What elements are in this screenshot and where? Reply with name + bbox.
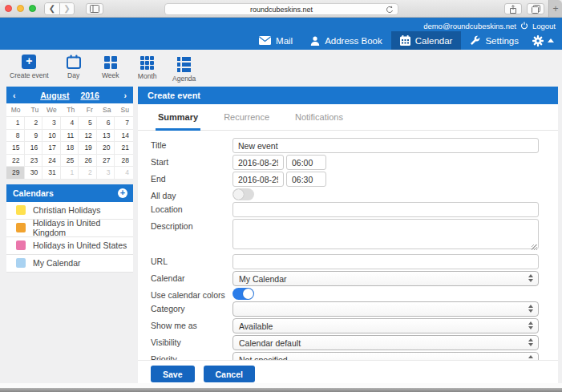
calendar-day-cell[interactable]: 23: [25, 155, 43, 168]
calendar-day-cell[interactable]: 8: [6, 130, 25, 143]
month-view-button[interactable]: Month: [135, 55, 160, 80]
forward-button[interactable]: ❯: [59, 3, 74, 14]
calendar-day-cell[interactable]: 13: [97, 130, 115, 143]
tab-recurrence[interactable]: Recurrence: [221, 112, 272, 130]
all-day-label: All day: [151, 188, 232, 200]
calendar-day-cell[interactable]: 25: [61, 155, 79, 168]
calendar-day-cell[interactable]: 16: [25, 142, 43, 155]
calendar-day-cell[interactable]: 1: [6, 117, 25, 130]
calendar-day-cell[interactable]: 18: [61, 142, 79, 155]
calendar-list-item[interactable]: Christian Holidays: [6, 202, 133, 220]
end-date-input[interactable]: [232, 172, 284, 187]
tab-summary[interactable]: Summary: [156, 112, 200, 131]
back-button[interactable]: ❮: [45, 3, 59, 14]
form-row-visibility: Visibility Calendar default: [151, 335, 539, 350]
logout-link[interactable]: Logout: [532, 22, 556, 30]
month-link[interactable]: August: [40, 91, 69, 100]
calendar-day-cell[interactable]: 19: [79, 142, 97, 155]
app-top-bars: demo@roundcubeskins.net Logout Mail: [0, 18, 562, 50]
calendar-label: Calendar: [151, 271, 232, 283]
calendar-day-cell[interactable]: 22: [6, 155, 25, 168]
form-row-location: Location: [151, 202, 539, 217]
calendar-list-item[interactable]: My Calendar: [6, 255, 133, 273]
show-me-as-select[interactable]: Available: [232, 318, 539, 333]
account-bar: demo@roundcubeskins.net Logout: [0, 18, 562, 31]
calendar-day-cell[interactable]: 28: [115, 155, 133, 168]
resize-grip-icon[interactable]: [532, 244, 537, 250]
calendar-day-cell[interactable]: 1: [61, 167, 79, 180]
next-month-button[interactable]: ›: [124, 91, 127, 100]
save-button[interactable]: Save: [151, 366, 195, 382]
start-date-input[interactable]: [232, 155, 284, 170]
calendar-name: Christian Holidays: [33, 205, 101, 215]
agenda-view-button[interactable]: Agenda: [172, 55, 196, 83]
form-row-calendar: Calendar My Calendar: [151, 271, 539, 286]
category-select[interactable]: [232, 301, 539, 317]
nav-item-settings[interactable]: Settings: [461, 31, 528, 50]
calendar-day-cell[interactable]: 2: [79, 167, 97, 180]
calendar-list-item[interactable]: Holidays in United Kingdom: [6, 220, 133, 237]
nav-item-calendar[interactable]: Calendar: [391, 31, 462, 50]
all-day-toggle[interactable]: [232, 188, 254, 200]
sidebar-toggle-button[interactable]: [86, 3, 103, 14]
end-time-input[interactable]: [286, 172, 326, 187]
calendar-day-cell[interactable]: 3: [42, 117, 61, 130]
tab-notifications[interactable]: Notifications: [293, 112, 346, 130]
priority-select[interactable]: Not specified: [232, 352, 539, 360]
tab-overview-button[interactable]: [527, 3, 544, 14]
calendar-day-cell[interactable]: 6: [97, 117, 115, 130]
zoom-window-button[interactable]: [29, 5, 36, 12]
calendar-day-cell[interactable]: 14: [115, 130, 133, 143]
calendar-day-cell[interactable]: 10: [42, 130, 61, 143]
close-window-button[interactable]: [5, 5, 12, 12]
share-button[interactable]: [504, 3, 522, 14]
calendar-day-cell[interactable]: 2: [25, 117, 43, 130]
calendar-day-cell[interactable]: 4: [115, 167, 133, 180]
day-view-button[interactable]: Day: [62, 55, 86, 79]
use-calendar-colors-toggle[interactable]: [232, 288, 254, 300]
mini-calendar-grid: 1234567891011121314151617181920212223242…: [6, 117, 133, 180]
calendar-day-cell[interactable]: 7: [115, 117, 133, 130]
calendar-day-cell[interactable]: 29: [6, 167, 25, 180]
cancel-button[interactable]: Cancel: [204, 366, 255, 382]
title-input[interactable]: [232, 138, 539, 153]
calendar-day-cell[interactable]: 9: [25, 130, 43, 143]
calendar-day-cell[interactable]: 15: [6, 142, 25, 155]
calendar-select[interactable]: My Calendar: [232, 271, 539, 286]
calendar-color-swatch: [16, 240, 26, 250]
location-input[interactable]: [232, 202, 539, 217]
calendar-day-cell[interactable]: 30: [25, 167, 43, 180]
url-input[interactable]: [232, 254, 539, 269]
options-menu-button[interactable]: [528, 31, 562, 50]
calendar-day-cell[interactable]: 5: [79, 117, 97, 130]
nav-item-mail[interactable]: Mail: [250, 31, 301, 50]
nav-item-address-book[interactable]: Address Book: [301, 31, 391, 50]
weekday-label: We: [42, 106, 61, 114]
create-event-panel: Create event Summary Recurrence Notifica…: [138, 87, 558, 383]
calendar-day-cell[interactable]: 12: [79, 130, 97, 143]
start-time-input[interactable]: [286, 155, 326, 170]
reload-button[interactable]: [386, 6, 394, 14]
calendar-day-cell[interactable]: 31: [42, 167, 61, 180]
calendar-day-cell[interactable]: 20: [97, 142, 115, 155]
description-textarea[interactable]: [232, 219, 539, 249]
visibility-select[interactable]: Calendar default: [232, 335, 539, 350]
add-calendar-button[interactable]: +: [118, 188, 127, 198]
calendar-list-item[interactable]: Holidays in United States: [6, 237, 133, 255]
calendar-day-cell[interactable]: 24: [42, 155, 61, 168]
calendar-day-cell[interactable]: 11: [61, 130, 79, 143]
calendar-day-cell[interactable]: 26: [79, 155, 97, 168]
minimize-window-button[interactable]: [17, 5, 24, 12]
grid-2x2-icon: [104, 56, 117, 69]
calendar-day-cell[interactable]: 21: [115, 142, 133, 155]
calendar-day-cell[interactable]: 4: [61, 117, 79, 130]
new-tab-button[interactable]: +: [548, 0, 562, 17]
calendar-day-cell[interactable]: 27: [97, 155, 115, 168]
calendar-day-cell[interactable]: 17: [42, 142, 61, 155]
address-bar[interactable]: roundcubeskins.net: [164, 3, 398, 15]
calendar-day-cell[interactable]: 3: [97, 167, 115, 180]
week-view-button[interactable]: Week: [99, 55, 123, 79]
main-nav: Mail Address Book: [0, 31, 562, 50]
create-event-button[interactable]: + Create event: [10, 55, 49, 79]
year-link[interactable]: 2016: [80, 91, 99, 100]
